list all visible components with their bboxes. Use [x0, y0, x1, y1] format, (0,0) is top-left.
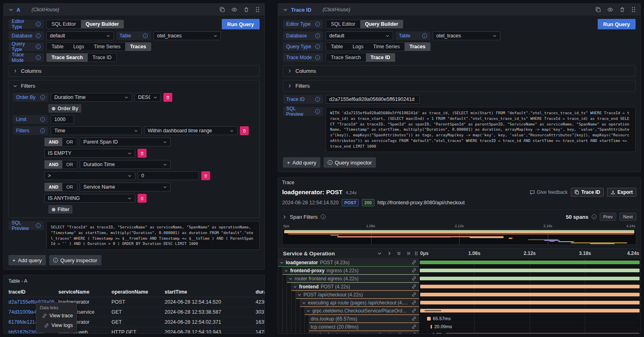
span-duration-bar[interactable]: [420, 269, 640, 272]
remove-filter-button[interactable]: [240, 126, 249, 135]
span-name-cell[interactable]: POST /api/checkout (4.22s): [296, 291, 419, 299]
info-icon[interactable]: [36, 33, 41, 38]
span-filters-label[interactable]: Span Filters: [290, 214, 318, 220]
query-builder-option[interactable]: Query Builder: [360, 20, 403, 28]
add-order-by-button[interactable]: ⊕Order By: [48, 104, 81, 113]
filter-field-select[interactable]: Service Name: [80, 183, 171, 191]
query-type-traces[interactable]: Traces: [125, 43, 151, 51]
and-option[interactable]: AND: [45, 160, 62, 168]
query-type-traces[interactable]: Traces: [405, 43, 430, 51]
span-name-cell[interactable]: grpc.oteldemo.CheckoutService/PlaceOrder…: [305, 307, 419, 315]
column-header-startTime[interactable]: startTime: [165, 289, 256, 295]
chevron-down-icon[interactable]: [306, 309, 310, 313]
query-inspector-button[interactable]: Query inspector: [49, 255, 101, 265]
and-option[interactable]: AND: [45, 183, 62, 191]
remove-filter-button[interactable]: [201, 171, 210, 180]
span-link-icon[interactable]: [411, 284, 417, 289]
span-row[interactable]: tcp.connect (20.09ms)20.09ms: [278, 323, 640, 331]
chevron-right-icon[interactable]: [282, 215, 287, 219]
order-by-direction-select[interactable]: DESC: [134, 93, 161, 102]
span-row[interactable]: POST /api/checkout (4.22s): [278, 291, 640, 299]
info-icon[interactable]: [143, 33, 148, 38]
or-option[interactable]: OR: [62, 138, 77, 146]
span-row[interactable]: dns.lookup (65.57ms)65.57ms: [278, 315, 640, 323]
span-link-icon[interactable]: [411, 260, 417, 265]
info-icon[interactable]: [36, 22, 41, 27]
filter-operator-select[interactable]: IS ANYTHING: [44, 194, 135, 203]
column-header-operationName[interactable]: operationName: [111, 289, 165, 295]
span-duration-bar[interactable]: [446, 333, 639, 333]
chevron-down-icon[interactable]: [289, 277, 293, 281]
query-type-timeseries[interactable]: Time Series: [89, 43, 125, 51]
info-icon[interactable]: [422, 33, 427, 38]
info-icon[interactable]: [315, 109, 320, 114]
query-a-header[interactable]: A (ClickHouse): [4, 4, 264, 16]
trace-search-option[interactable]: Trace Search: [47, 53, 88, 62]
duplicate-query-icon[interactable]: [595, 7, 601, 12]
filter-operator-select[interactable]: IS EMPTY: [44, 149, 135, 158]
span-duration-bar[interactable]: [420, 301, 640, 304]
filter-value-input[interactable]: [138, 171, 199, 180]
minimap-canvas[interactable]: [282, 229, 636, 245]
filters-section-header[interactable]: Filters: [9, 80, 259, 91]
export-button[interactable]: Export: [607, 188, 636, 197]
column-header-duration[interactable]: duration: [256, 289, 265, 295]
collapse-one-icon[interactable]: [377, 251, 382, 256]
collapse-query-icon[interactable]: [283, 7, 288, 12]
chevron-down-icon[interactable]: [284, 269, 288, 273]
expand-one-icon[interactable]: [387, 251, 392, 256]
hide-response-icon[interactable]: [607, 7, 613, 12]
drag-handle-icon[interactable]: [632, 7, 636, 12]
query-type-table[interactable]: Table: [47, 43, 68, 51]
columns-section-header[interactable]: Columns: [283, 66, 635, 76]
sql-editor-option[interactable]: SQL Editor: [326, 20, 360, 28]
span-duration-bar[interactable]: [431, 325, 432, 329]
span-link-icon[interactable]: [411, 300, 417, 305]
info-icon[interactable]: [315, 22, 320, 27]
info-icon[interactable]: [315, 33, 320, 38]
chevron-down-icon[interactable]: [293, 285, 297, 289]
filter-field-select[interactable]: Duration Time: [80, 160, 171, 169]
info-icon[interactable]: [40, 117, 45, 122]
columns-section-header[interactable]: Columns: [9, 66, 259, 76]
chevron-down-icon[interactable]: [311, 333, 315, 333]
query-type-logs[interactable]: Logs: [68, 43, 89, 51]
query-inspector-button[interactable]: Query inspector: [324, 157, 376, 168]
view-logs-link[interactable]: View logs: [36, 321, 76, 330]
trace-id-option[interactable]: Trace ID: [88, 53, 116, 62]
info-icon[interactable]: [315, 44, 320, 49]
remove-query-icon[interactable]: [619, 7, 625, 12]
query-type-table[interactable]: Table: [326, 43, 348, 51]
span-link-icon[interactable]: [411, 276, 417, 281]
span-row[interactable]: frontend-proxyingress (4.22s): [278, 267, 640, 275]
table-select[interactable]: otel_traces: [153, 31, 221, 40]
column-resize-handle[interactable]: [415, 251, 417, 255]
add-filter-button[interactable]: ⊕Filter: [48, 205, 72, 214]
drag-handle-icon[interactable]: [256, 7, 260, 12]
span-duration-bar[interactable]: [420, 261, 640, 264]
span-name-cell[interactable]: loadgeneratorPOST (4.23s): [278, 259, 419, 267]
span-name-cell[interactable]: frontendPOST (4.22s): [291, 283, 419, 291]
database-select[interactable]: default: [326, 31, 393, 40]
column-header-traceID[interactable]: traceID: [8, 289, 58, 295]
collapse-query-icon[interactable]: [8, 7, 13, 12]
query-type-logs[interactable]: Logs: [348, 43, 368, 51]
table-select[interactable]: otel_traces: [433, 31, 500, 40]
span-link-icon[interactable]: [411, 292, 417, 297]
span-row[interactable]: frontendPOST (4.22s): [278, 283, 640, 291]
run-query-button[interactable]: Run Query: [598, 19, 636, 29]
span-duration-bar[interactable]: [420, 277, 640, 280]
filters-section-header[interactable]: Filters: [283, 80, 635, 91]
or-option[interactable]: OR: [62, 160, 77, 168]
give-feedback-link[interactable]: Give feedback: [530, 189, 568, 195]
span-link-icon[interactable]: [411, 324, 417, 329]
span-link-icon[interactable]: [411, 332, 417, 333]
chevron-down-icon[interactable]: [297, 293, 301, 297]
span-row[interactable]: router frontend egress (4.22s): [278, 275, 640, 283]
chevron-down-icon[interactable]: [280, 261, 284, 265]
filter-field-select[interactable]: Parent Span ID: [80, 138, 171, 146]
query-builder-option[interactable]: Query Builder: [81, 20, 124, 28]
span-link-icon[interactable]: [411, 316, 417, 321]
database-select[interactable]: default: [46, 31, 114, 40]
span-link-icon[interactable]: [411, 268, 417, 273]
